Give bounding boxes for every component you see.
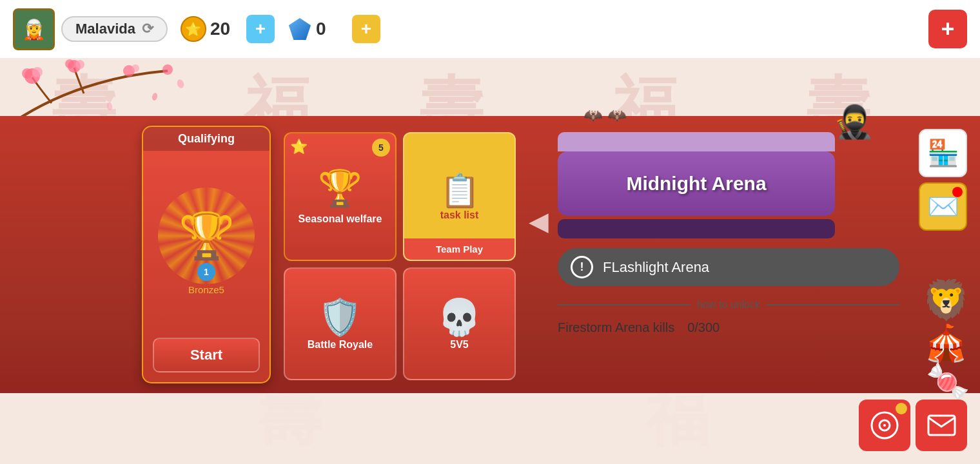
flashlight-arena-row[interactable]: ! FLashlight Arena (558, 248, 899, 286)
seasonal-trophy-icon: 🏆 (318, 168, 362, 209)
svg-point-8 (162, 64, 173, 75)
tasklist-label: task list (440, 209, 479, 221)
seasonal-welfare-card[interactable]: ⭐ 5 🏆 Seasonal welfare (284, 132, 397, 261)
envelope-button[interactable] (916, 400, 967, 451)
bottom-right-buttons (859, 400, 967, 451)
player-name[interactable]: Malavida (61, 16, 168, 42)
svg-point-9 (176, 79, 185, 90)
coin-value: 20 (210, 19, 242, 39)
platform-shadow (558, 219, 835, 238)
coin-block: ⭐ 20 + (181, 15, 275, 43)
svg-point-4 (75, 60, 84, 69)
arena-platform-group: 🦇 🦇 🥷 Midnight Arena (558, 132, 899, 238)
svg-point-7 (132, 64, 139, 72)
team-play-button[interactable]: Team Play (404, 238, 514, 260)
arena-section: 🦇 🦇 🥷 Midnight Arena ! FLashlight Arena … (558, 132, 899, 335)
trophy-badge: 1 (197, 263, 215, 281)
svg-point-1 (32, 67, 43, 77)
trophy-area: 🏆 1 Bronze5 (158, 151, 255, 338)
gem-block: 0 + (288, 15, 380, 43)
info-icon: ! (571, 256, 593, 278)
gem-icon (288, 17, 312, 41)
5v5-card[interactable]: 💀 5V5 (403, 267, 516, 380)
seasonal-welfare-label: Seasonal welfare (299, 213, 382, 225)
add-gems-button[interactable]: + (352, 15, 380, 43)
qualifying-card: Qualifying 🏆 1 Bronze5 Start (142, 126, 271, 383)
camera-icon (870, 411, 899, 440)
kill-requirement-label: Firestorm Arena kills (558, 320, 674, 335)
seasonal-badge: 5 (372, 139, 390, 157)
svg-point-14 (883, 424, 886, 427)
camera-button[interactable] (859, 400, 910, 451)
divider-right (767, 304, 899, 305)
ninja-character: 🥷 (834, 103, 874, 140)
battle-royale-icon: 🛡️ (318, 296, 362, 338)
gem-value: 0 (316, 19, 348, 39)
back-arrow-button[interactable]: ◀ (529, 206, 549, 236)
5v5-icon: 💀 (437, 296, 482, 338)
envelope-icon (927, 412, 956, 438)
pinwheel-button[interactable]: 🎪 (924, 322, 968, 364)
divider-left (558, 304, 691, 305)
lion-dance-button[interactable]: 🦁 (922, 277, 970, 323)
add-coins-button[interactable]: + (246, 15, 275, 43)
svg-point-11 (106, 102, 113, 110)
seasonal-star-icon: ⭐ (290, 139, 308, 155)
game-mode-grid: ⭐ 5 🏆 Seasonal welfare 📋 task list Team … (284, 132, 516, 380)
trophy-icon: 🏆 (179, 209, 235, 262)
svg-point-2 (22, 68, 32, 79)
midnight-arena-platform: Midnight Arena (558, 151, 835, 216)
bats-deco: 🦇 🦇 (583, 106, 627, 124)
info-symbol: ! (580, 260, 584, 274)
5v5-label: 5V5 (450, 338, 468, 351)
battle-royale-card[interactable]: 🛡️ Battle Royale (284, 267, 397, 380)
coin-icon: ⭐ (181, 16, 206, 42)
platform-top (558, 132, 835, 151)
top-bar: 🧝 Malavida ⭐ 20 + 0 + + (0, 0, 980, 58)
right-side-icons: 🏪 ✉️ (919, 129, 967, 236)
kill-progress-value: 0/300 (687, 320, 720, 335)
mail-button[interactable]: ✉️ (919, 182, 967, 231)
midnight-arena-label: Midnight Arena (626, 173, 766, 195)
player-avatar[interactable]: 🧝 (13, 8, 55, 50)
candy-button[interactable]: 🍬 (926, 361, 970, 403)
battle-royale-label: Battle Royale (308, 338, 373, 351)
start-button[interactable]: Start (153, 338, 260, 372)
rank-label: Bronze5 (188, 284, 224, 295)
qualifying-header: Qualifying (143, 127, 270, 151)
flashlight-arena-label: FLashlight Arena (603, 259, 709, 276)
tasklist-icon: 📋 (440, 172, 480, 209)
shop-button[interactable]: 🏪 (919, 129, 967, 177)
big-trophy: 🏆 1 (164, 194, 248, 278)
svg-point-5 (65, 59, 74, 68)
top-plus-button[interactable]: + (928, 10, 967, 48)
svg-point-10 (152, 92, 159, 101)
mail-notification-dot (952, 187, 963, 197)
tasklist-card[interactable]: 📋 task list Team Play (403, 132, 516, 261)
how-to-unlock-label: how to unlock (697, 299, 760, 311)
camera-notification (896, 403, 907, 414)
unlock-divider: how to unlock (558, 299, 899, 311)
kill-requirement-row: Firestorm Arena kills 0/300 (558, 320, 899, 335)
